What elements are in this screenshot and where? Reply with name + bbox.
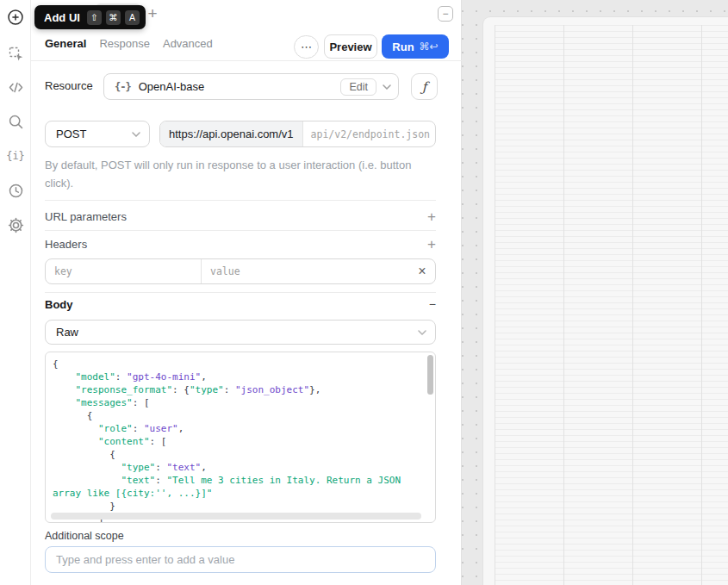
- a-key-badge: A: [125, 10, 140, 25]
- body-label: Body: [45, 298, 73, 311]
- add-ui-tooltip: Add UI ⇧ ⌘ A: [34, 5, 146, 29]
- settings-button[interactable]: [5, 215, 26, 235]
- url-parameters-section: URL parameters +: [45, 208, 436, 226]
- resource-select[interactable]: {-} OpenAI-base Edit: [103, 73, 399, 100]
- vertical-scrollbar-thumb[interactable]: [427, 355, 433, 395]
- state-icon: {i}: [6, 150, 25, 162]
- resource-label: Resource: [45, 79, 93, 92]
- chevron-down-icon[interactable]: [383, 84, 391, 90]
- method-select[interactable]: POST: [45, 121, 150, 147]
- body-section-header: Body −: [45, 297, 436, 311]
- tab-advanced[interactable]: Advanced: [163, 37, 213, 50]
- add-header-button[interactable]: +: [427, 237, 436, 252]
- header-key-input[interactable]: key: [46, 259, 202, 283]
- divider: [45, 200, 436, 201]
- preview-button[interactable]: Preview: [324, 34, 377, 59]
- collapse-body-button[interactable]: −: [429, 297, 436, 311]
- resource-name: OpenAI-base: [139, 80, 341, 93]
- history-button[interactable]: [5, 180, 26, 201]
- chevron-down-icon: [132, 132, 140, 137]
- tooltip-label: Add UI: [44, 11, 80, 24]
- run-label: Run: [392, 40, 414, 53]
- body-mode-value: Raw: [56, 326, 78, 339]
- code-icon: [7, 78, 25, 96]
- canvas-grid: [495, 25, 728, 585]
- rest-api-icon: {-}: [115, 81, 131, 93]
- header-key-value-row: key value ×: [45, 258, 436, 284]
- additional-scope-input[interactable]: Type and press enter to add a value: [45, 546, 436, 573]
- method-help-text: By default, POST will only run in respon…: [45, 156, 434, 192]
- value-placeholder: value: [210, 265, 240, 277]
- url-parameters-label: URL parameters: [45, 210, 127, 223]
- add-component-button[interactable]: [5, 7, 26, 28]
- header-value-input[interactable]: value: [202, 259, 409, 283]
- collapse-panel-button[interactable]: −: [438, 6, 453, 22]
- code-panel-button[interactable]: [5, 77, 26, 97]
- plus-circle-icon: [7, 9, 24, 26]
- add-url-parameter-button[interactable]: +: [427, 209, 436, 224]
- run-button[interactable]: Run ⌘↩: [382, 34, 449, 59]
- select-tool-button[interactable]: [5, 43, 26, 64]
- body-mode-select[interactable]: Raw: [45, 320, 436, 345]
- fx-button[interactable]: ƒ: [411, 73, 438, 100]
- body-code-editor[interactable]: { "model": "gpt-4o-mini", "response_form…: [45, 352, 436, 523]
- method-value: POST: [56, 128, 86, 140]
- resource-edit-button[interactable]: Edit: [340, 78, 376, 96]
- search-icon: [7, 113, 25, 131]
- clock-icon: [7, 182, 25, 200]
- state-panel-button[interactable]: {i}: [5, 146, 26, 166]
- left-toolbar: {i}: [0, 0, 31, 585]
- more-actions-button[interactable]: ⋯: [294, 35, 319, 59]
- query-panel: Add UI ⇧ ⌘ A + − General Response Advanc…: [31, 0, 462, 585]
- url-field[interactable]: https://api.openai.com/v1 api/v2/endpoin…: [159, 121, 436, 147]
- headers-section: Headers +: [45, 235, 436, 253]
- divider: [45, 292, 436, 293]
- url-base-segment: https://api.openai.com/v1: [160, 121, 303, 146]
- tab-general[interactable]: General: [45, 37, 86, 50]
- marquee-select-icon: [7, 45, 25, 63]
- headers-label: Headers: [45, 238, 87, 251]
- tab-response[interactable]: Response: [99, 37, 150, 50]
- horizontal-scrollbar-thumb[interactable]: [51, 513, 421, 520]
- app-frame[interactable]: [483, 17, 728, 585]
- run-shortcut: ⌘↩: [420, 40, 439, 53]
- editor-canvas: [462, 0, 728, 585]
- body-code: { "model": "gpt-4o-mini", "response_form…: [53, 358, 425, 523]
- cmd-key-badge: ⌘: [106, 10, 121, 25]
- shift-key-badge: ⇧: [87, 10, 102, 25]
- search-button[interactable]: [5, 111, 26, 132]
- chevron-down-icon: [418, 330, 426, 335]
- additional-scope-label: Additional scope: [45, 530, 124, 542]
- key-placeholder: key: [54, 265, 72, 277]
- remove-header-button[interactable]: ×: [409, 259, 435, 283]
- url-path-input[interactable]: api/v2/endpoint.json: [303, 121, 436, 146]
- retool-query-editor: {i} Add UI ⇧ ⌘ A + − General Response Ad…: [0, 0, 728, 585]
- gear-icon: [7, 216, 25, 234]
- divider: [45, 230, 436, 231]
- new-query-tab-button[interactable]: +: [143, 4, 162, 23]
